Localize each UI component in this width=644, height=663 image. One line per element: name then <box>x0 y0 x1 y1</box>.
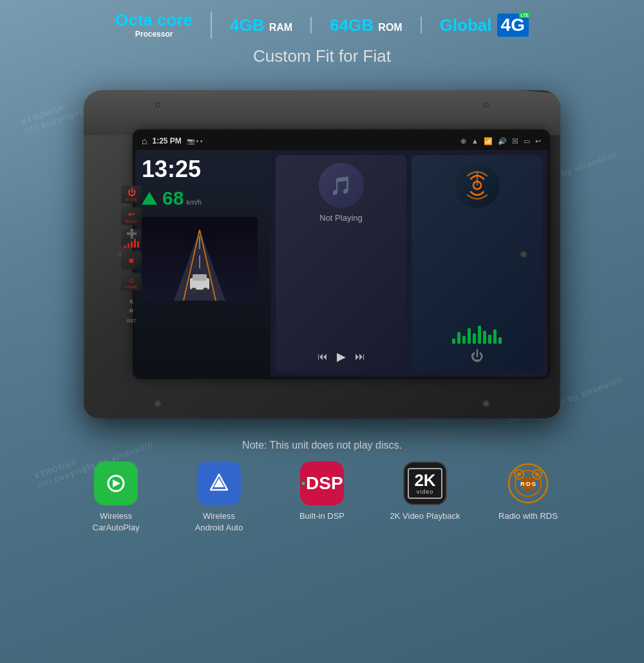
dsp-text: ·DSP <box>301 473 343 494</box>
feature-rds: R·D·S Radio with RDS <box>489 462 567 522</box>
back-button[interactable]: ↩ BACK <box>121 207 142 225</box>
music-note-icon: 🎵 <box>330 175 352 196</box>
screw-mr <box>520 251 527 257</box>
road-svg <box>142 217 258 301</box>
4g-badge: 4G LTE <box>497 14 529 37</box>
sd-labels: S D <box>129 296 133 315</box>
dsp-label: Built-in DSP <box>299 510 345 522</box>
screw-br <box>483 400 489 407</box>
rds-icon-box: R·D·S <box>506 462 550 505</box>
octa-label: Octa core <box>115 12 193 28</box>
page-subtitle: Custom Fit for Fiat <box>0 46 644 66</box>
specs-bar: Octa core Processor 4GB RAM 64GB ROM Glo… <box>0 0 644 44</box>
stop-button[interactable]: ■ <box>121 251 142 269</box>
music-controls: ⏮ ▶ ⏭ <box>317 350 365 364</box>
svg-marker-11 <box>113 480 120 487</box>
global-label: Global <box>440 15 492 35</box>
music-panel[interactable]: 🎵 Not Playing ⏮ ▶ ⏭ <box>276 155 406 371</box>
svg-text:R·D·S: R·D·S <box>520 481 536 487</box>
radio-panel[interactable]: ⏻ <box>412 155 542 371</box>
spec-ram: 4GB RAM <box>212 17 312 33</box>
home-icon[interactable]: ⌂ <box>142 136 147 146</box>
radio-icon-container <box>455 163 500 208</box>
2k-sub: video <box>417 489 434 495</box>
2k-value: 2K <box>414 472 435 489</box>
speed-display: 68 km/h <box>142 187 264 209</box>
svg-point-18 <box>535 472 539 476</box>
android-auto-icon <box>205 469 233 498</box>
carplay-icon <box>102 469 130 498</box>
broadcast-icon <box>461 169 493 201</box>
feature-dsp: ·DSP Built-in DSP <box>283 462 361 522</box>
android-auto-icon-box <box>197 462 241 505</box>
power-button[interactable]: ⏻ <box>471 349 484 364</box>
rds-icon: R·D·S <box>506 462 550 505</box>
status-right: ⊕ ▲ 📶 🔊 ☒ ▭ ↩ <box>460 137 541 145</box>
side-controls: ⏻ MUTE ↩ BACK ➕ ■ <box>121 185 142 323</box>
feature-android-auto: WirelessAndroid Auto <box>180 462 258 534</box>
screw-tr <box>483 102 489 108</box>
feature-2k: 2K video 2K Video Playback <box>386 462 464 522</box>
device-container: ⏻ MUTE ↩ BACK ➕ ■ <box>45 74 599 434</box>
prev-button[interactable]: ⏮ <box>317 351 328 362</box>
screen[interactable]: ⌂ 1:25 PM 📷 • • ⊕ ▲ 📶 🔊 ☒ ▭ ↩ <box>135 132 547 377</box>
status-bar: ⌂ 1:25 PM 📷 • • ⊕ ▲ 📶 🔊 ☒ ▭ ↩ <box>135 132 547 150</box>
speed-arrow <box>142 192 157 205</box>
rds-label: Radio with RDS <box>498 510 558 522</box>
dsp-icon-box: ·DSP <box>300 462 344 505</box>
volume-bars <box>124 239 139 248</box>
status-icons: 📷 • • <box>187 138 203 145</box>
screw-bl <box>155 400 161 407</box>
octa-sub: Processor <box>135 30 173 39</box>
feature-carplay: WirelessCarAutoPlay <box>77 462 155 534</box>
play-button[interactable]: ▶ <box>337 350 346 364</box>
screw-tl <box>155 102 161 108</box>
svg-rect-6 <box>193 274 207 281</box>
rom-value: 64GB ROM <box>330 17 402 33</box>
clock-display: 13:25 <box>142 158 264 181</box>
screen-main: 13:25 68 km/h <box>135 150 547 377</box>
back-screen-icon[interactable]: ↩ <box>535 137 541 145</box>
svg-point-8 <box>203 288 208 293</box>
dsp-dot: · <box>301 473 306 493</box>
2k-badge: 2K video <box>408 468 442 499</box>
spec-octa: Octa core Processor <box>97 12 212 39</box>
screen-wrapper: MIC ⌂ 1:25 PM 📷 • • ⊕ ▲ 📶 🔊 ☒ <box>135 132 547 377</box>
speed-value: 68 <box>162 187 184 209</box>
window-icon: ▭ <box>524 137 530 145</box>
spec-global: Global 4G LTE <box>422 14 547 37</box>
volume-icon[interactable]: 🔊 <box>498 137 507 145</box>
lte-badge: LTE <box>519 12 530 18</box>
status-time: 1:25 PM <box>152 136 181 145</box>
equalizer-display <box>452 324 502 344</box>
svg-point-7 <box>191 288 196 293</box>
status-bar-left: ⌂ 1:25 PM 📷 • • <box>142 136 202 146</box>
spec-rom: 64GB ROM <box>312 17 421 33</box>
carplay-label: WirelessCarAutoPlay <box>93 510 140 534</box>
gps-icon: ⊕ <box>460 137 466 145</box>
2k-icon-box: 2K video <box>403 462 447 505</box>
carplay-icon-box <box>94 462 138 505</box>
right-panels: 🎵 Not Playing ⏮ ▶ ⏭ <box>270 150 547 377</box>
android-auto-label: WirelessAndroid Auto <box>195 510 243 534</box>
2k-label: 2K Video Playback <box>390 510 460 522</box>
rst-label: RST <box>127 319 136 323</box>
volume-up-button[interactable]: ➕ <box>121 229 142 247</box>
road-view <box>142 217 258 301</box>
left-panel: 13:25 68 km/h <box>135 150 270 377</box>
wifi-icon: ▲ <box>471 137 478 145</box>
mute-button[interactable]: ⏻ MUTE <box>121 185 142 203</box>
not-playing-label: Not Playing <box>319 213 362 343</box>
signal-icon: 📶 <box>484 137 493 145</box>
next-button[interactable]: ⏭ <box>355 351 365 362</box>
speed-unit: km/h <box>186 198 202 206</box>
home-button[interactable]: ⌂ HOME <box>121 273 142 291</box>
music-icon-container: 🎵 <box>319 163 364 208</box>
mute-screen-icon: ☒ <box>512 137 518 145</box>
radio-housing: ⏻ MUTE ↩ BACK ➕ ■ <box>84 90 560 418</box>
features-row: WirelessCarAutoPlay WirelessAndroid Auto… <box>0 462 644 534</box>
ram-value: 4GB RAM <box>230 17 292 33</box>
svg-point-16 <box>517 472 521 476</box>
bottom-note: Note: This unit does not play discs. <box>0 440 644 451</box>
